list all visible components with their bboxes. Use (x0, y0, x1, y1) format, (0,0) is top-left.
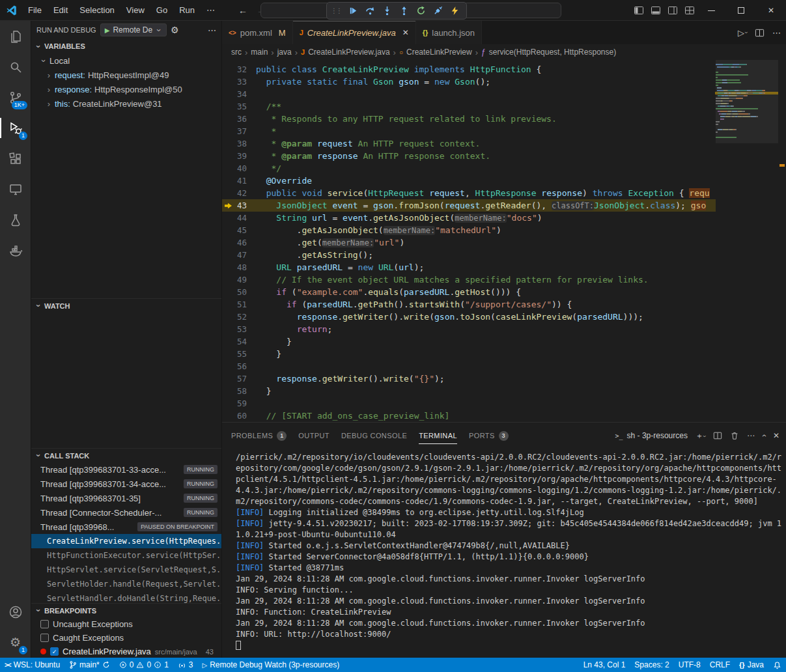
callstack-frame[interactable]: ServletHolder.handle(Request,Servlet... (31, 577, 221, 591)
code-line-59[interactable]: 59 (222, 397, 786, 410)
maximize-panel-icon[interactable]: › (759, 434, 768, 437)
extensions-icon[interactable] (0, 143, 31, 174)
remote-explorer-icon[interactable] (0, 174, 31, 204)
menu-more[interactable]: ⋯ (201, 3, 220, 17)
disconnect-icon[interactable] (430, 4, 445, 18)
code-line-36[interactable]: 36 * Responds to any HTTP request relate… (222, 113, 786, 125)
code-line-49[interactable]: 49 // If the event object URL matches a … (222, 273, 786, 286)
forwarded-ports-item[interactable]: 3 (173, 658, 198, 672)
debug-status-item[interactable]: ▷ Remote Debug Watch (3p-resources) (198, 658, 344, 672)
restart-icon[interactable] (413, 4, 428, 18)
new-terminal-icon[interactable]: ＋› (695, 430, 705, 441)
accounts-icon[interactable] (0, 596, 31, 627)
variable-this[interactable]: ›this:CreateLinkPreview@31 (31, 96, 221, 111)
menu-view[interactable]: View (121, 3, 150, 17)
eol-sequence[interactable]: CRLF (705, 658, 735, 672)
encoding[interactable]: UTF-8 (674, 658, 705, 672)
remote-indicator[interactable]: >< WSL: Ubuntu (0, 658, 64, 672)
gutter-57[interactable]: 57 (222, 372, 256, 385)
toggle-panel-icon[interactable] (651, 5, 661, 16)
code-line-38[interactable]: 38 * @param request An HTTP request cont… (222, 137, 786, 150)
gutter-38[interactable]: 38 (222, 137, 256, 150)
close-tab-icon[interactable]: ✕ (402, 28, 409, 37)
code-line-42[interactable]: 42 public void service(HttpRequest reque… (222, 187, 786, 199)
code-line-47[interactable]: 47 .getAsString(); (222, 249, 786, 261)
breadcrumb-class[interactable]: CreateLinkPreview (406, 48, 472, 57)
back-icon[interactable]: ← (238, 5, 247, 16)
menu-run[interactable]: Run (174, 3, 200, 17)
gutter-56[interactable]: 56 (222, 360, 256, 372)
menu-go[interactable]: Go (151, 3, 173, 17)
step-out-icon[interactable] (396, 4, 412, 18)
run-java-button[interactable]: ▷› (738, 28, 747, 38)
toggle-secondary-sidebar-icon[interactable] (667, 5, 678, 16)
run-and-debug-icon[interactable]: 1 (0, 113, 31, 143)
close-button[interactable]: ✕ (756, 0, 786, 21)
explorer-icon[interactable] (0, 21, 31, 51)
code-line-52[interactable]: 52 response.getWriter().write(gson.toJso… (222, 311, 786, 323)
code-line-51[interactable]: 51 if (parsedURL.getPath().startsWith("/… (222, 298, 786, 311)
hot-code-replace-icon[interactable] (447, 4, 462, 18)
panel-tab-ports[interactable]: PORTS3 (469, 427, 509, 444)
callstack-thread[interactable]: Thread [qtp39968...PAUSED ON BREAKPOINT (31, 520, 221, 534)
split-editor-icon[interactable] (755, 28, 765, 38)
gutter-48[interactable]: 48 (222, 261, 256, 273)
panel-tab-debug-console[interactable]: DEBUG CONSOLE (341, 427, 407, 444)
continue-icon[interactable] (345, 4, 361, 18)
language-mode[interactable]: {} Java (735, 658, 768, 672)
search-icon[interactable] (0, 51, 31, 82)
cursor-position[interactable]: Ln 43, Col 1 (579, 658, 630, 672)
callstack-frame[interactable]: HttpFunctionExecutor.service(HttpSer... (31, 548, 221, 563)
breadcrumb-main[interactable]: main (251, 48, 268, 57)
split-terminal-icon[interactable] (713, 431, 722, 440)
drag-handle-icon[interactable]: ⋮⋮ (331, 7, 341, 14)
code-line-44[interactable]: 44 String url = event.getAsJsonObject(me… (222, 212, 786, 224)
minimize-button[interactable] (696, 0, 726, 21)
gutter-55[interactable]: 55 (222, 348, 256, 360)
breakpoint-checkbox[interactable]: ✓ (50, 647, 59, 656)
breakpoint-checkbox[interactable] (40, 620, 49, 628)
breakpoint-row[interactable]: Uncaught Exceptions (31, 617, 221, 631)
git-branch-item[interactable]: main* (64, 658, 115, 672)
close-panel-icon[interactable]: ✕ (773, 431, 779, 440)
code-line-33[interactable]: 33 private static final Gson gson = new … (222, 76, 786, 88)
editor-more-icon[interactable]: ⋯ (772, 28, 781, 38)
breakpoint-row[interactable]: Caught Exceptions (31, 631, 221, 645)
breadcrumb-method[interactable]: service(HttpRequest, HttpResponse) (489, 48, 616, 57)
problems-item[interactable]: 0 0 1 (115, 658, 173, 672)
code-line-53[interactable]: 53 return; (222, 323, 786, 335)
gutter-35[interactable]: 35 (222, 100, 256, 113)
docker-icon[interactable] (0, 235, 31, 266)
start-debug-icon[interactable]: ▶ (105, 27, 110, 34)
gutter-60[interactable]: 60 (222, 410, 256, 422)
gutter-41[interactable]: 41 (222, 175, 256, 187)
panel-more-icon[interactable]: ⋯ (747, 431, 755, 440)
kill-terminal-trash-icon[interactable] (730, 431, 739, 440)
gutter-52[interactable]: 52 (222, 311, 256, 323)
call-stack-header[interactable]: › CALL STACK (31, 448, 221, 462)
variable-response[interactable]: ›response:HttpResponseImpl@50 (31, 82, 221, 96)
watch-header[interactable]: › WATCH (31, 298, 221, 313)
gutter-32[interactable]: 32 (222, 63, 256, 76)
notifications-bell[interactable] (768, 658, 786, 672)
step-into-icon[interactable] (379, 4, 395, 18)
code-line-45[interactable]: 45 .getAsJsonObject(memberName:"matchedU… (222, 224, 786, 236)
gutter-40[interactable]: 40 (222, 162, 256, 175)
gutter-43[interactable]: 43 (222, 199, 256, 212)
callstack-thread[interactable]: Thread [qtp399683701-33-acce...RUNNING (31, 462, 221, 477)
gutter-37[interactable]: 37 (222, 125, 256, 137)
code-line-60[interactable]: 60 // [START add_ons_case_preview_link] (222, 410, 786, 422)
code-line-50[interactable]: 50 if ("example.com".equals(parsedURL.ge… (222, 286, 786, 298)
launch-config-dropdown[interactable]: ▶ Remote De › (100, 23, 167, 36)
code-line-32[interactable]: 32public class CreateLinkPreview impleme… (222, 63, 786, 76)
breakpoints-header[interactable]: › BREAKPOINTS (31, 603, 221, 617)
callstack-frame[interactable]: HttpServlet.service(ServletRequest,S... (31, 563, 221, 577)
code-line-41[interactable]: 41 @Override (222, 175, 786, 187)
code-line-56[interactable]: 56 (222, 360, 786, 372)
gutter-36[interactable]: 36 (222, 113, 256, 125)
source-control-icon[interactable]: 1K+ (0, 82, 31, 113)
gutter-44[interactable]: 44 (222, 212, 256, 224)
gutter-50[interactable]: 50 (222, 286, 256, 298)
code-line-34[interactable]: 34 (222, 88, 786, 100)
gutter-59[interactable]: 59 (222, 397, 256, 410)
